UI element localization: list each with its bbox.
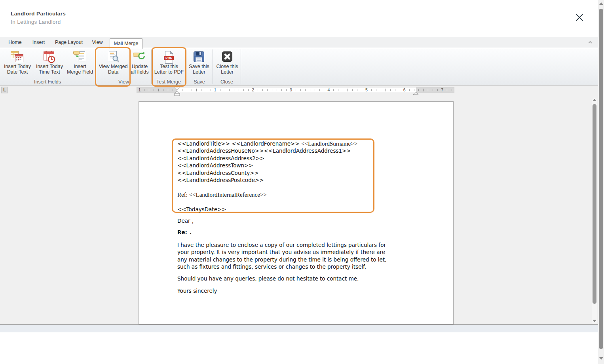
close-icon	[574, 17, 585, 24]
group-label-save: Save	[186, 79, 213, 85]
merge-line-ref: Ref: <<LandlordInternalReference>>	[177, 191, 357, 198]
tab-insert[interactable]: Insert	[28, 37, 49, 48]
close-dialog-button[interactable]	[574, 12, 585, 23]
ruler-number: 5	[365, 87, 368, 93]
close-square-icon	[213, 49, 241, 64]
page-scrollbar[interactable]	[598, 0, 604, 364]
ruler-number: 2	[252, 87, 254, 93]
paragraph-line: your property. It is very important that…	[177, 248, 386, 256]
text-caret	[189, 229, 189, 235]
collapse-ribbon-button[interactable]	[587, 39, 594, 46]
merge-field-block: <<LandlordTitle>> <<LandlordForename>> <…	[177, 140, 357, 213]
button-label: Letter	[186, 70, 212, 75]
merge-line-county: <<LandlordAddressCounty>>	[177, 169, 357, 176]
button-label: Test this	[154, 64, 184, 70]
button-label: Letter	[213, 70, 241, 75]
button-label: Data	[97, 70, 129, 75]
merge-field-surname: <<LandlordSurname>>	[301, 140, 357, 147]
indent-marker-left[interactable]	[174, 87, 180, 97]
button-label: Time Text	[34, 70, 65, 75]
document-scrollbar[interactable]	[591, 98, 598, 324]
button-label: Close this	[213, 64, 241, 70]
ruler-number: 7	[441, 87, 443, 93]
test-letter-to-pdf-button[interactable]: PDF Test this Letter to PDF	[154, 49, 184, 79]
ruler-number: 1	[138, 87, 141, 93]
ruler: 11234567	[137, 87, 454, 93]
update-all-fields-button[interactable]: Update all fields	[129, 49, 150, 79]
insert-today-time-button[interactable]: Insert Today Time Text	[34, 49, 65, 79]
letter-page[interactable]: <<LandlordTitle>> <<LandlordForename>> <…	[139, 101, 454, 324]
re-line: Re:.	[177, 229, 192, 235]
ruler-number: 4	[327, 87, 330, 93]
calendar-clock-icon	[34, 49, 65, 64]
ribbon-tabstrip: Home Insert Page Layout View Mail Merge	[0, 37, 598, 48]
ruler-number: 6	[403, 87, 406, 93]
page-scrollbar-thumb[interactable]	[599, 9, 603, 349]
body-paragraph-2: Should you have any queries, please do n…	[177, 275, 359, 282]
tab-stop-selector[interactable]: L	[1, 87, 8, 93]
group-label-insert-fields: Insert Fields	[0, 79, 95, 85]
page-subtitle: In Lettings Landlord	[11, 19, 61, 25]
indent-marker-right[interactable]	[413, 89, 419, 93]
merge-line-postcode: <<LandlordAddressPostcode>>	[177, 176, 357, 184]
view-merged-data-button[interactable]: View Merged Data	[97, 49, 129, 79]
merge-line-name: <<LandlordTitle>> <<LandlordForename>> <…	[177, 140, 357, 147]
ruler-number: 3	[290, 87, 292, 93]
button-label: Insert Today	[1, 64, 34, 70]
tab-view[interactable]: View	[88, 37, 107, 48]
group-separator	[241, 49, 241, 84]
paragraph-line: such as fixtures and fittings, services …	[177, 263, 386, 270]
button-label: View Merged	[97, 64, 129, 70]
document-magnifier-icon	[97, 49, 129, 64]
scroll-down-icon[interactable]	[593, 320, 596, 322]
paragraph-line: any material changes to the property dur…	[177, 256, 386, 263]
blank-line	[177, 198, 357, 205]
tab-page-layout[interactable]: Page Layout	[51, 37, 86, 48]
merge-field-title-forename: <<LandlordTitle>> <<LandlordForename>>	[177, 140, 301, 147]
group-label-view: View	[96, 79, 151, 85]
merge-line-address2: <<LandlordAddressAddress2>>	[177, 155, 357, 162]
group-label-test-merge: Test Merge	[152, 79, 186, 85]
save-this-letter-button[interactable]: Save this Letter	[186, 49, 212, 79]
re-label: Re:	[177, 229, 187, 235]
body-paragraph-1: I have the pleasure to enclose a copy of…	[177, 241, 386, 271]
button-label: Date Text	[1, 70, 34, 75]
ruler-left-margin-zone	[137, 87, 177, 93]
floppy-disk-icon	[186, 49, 212, 64]
merge-line-address1: <<LandlordAddressHouseNo>><<LandlordAddr…	[177, 147, 357, 154]
merge-field-icon	[65, 49, 95, 64]
button-label: Insert Today	[34, 64, 65, 70]
blank-line	[177, 184, 357, 191]
insert-today-date-button[interactable]: Insert Today Date Text	[1, 49, 34, 79]
document-viewport: L 11234567 <<LandlordTitle>> <<LandlordF…	[0, 85, 598, 325]
tab-mail-merge[interactable]: Mail Merge	[110, 38, 142, 49]
ruler-number: 1	[214, 87, 217, 93]
document-scrollbar-thumb[interactable]	[593, 104, 596, 304]
button-label: Update	[129, 64, 150, 70]
ribbon: Insert Today Date Text Insert Today Time…	[0, 48, 598, 85]
header: Landlord Particulars In Lettings Landlor…	[0, 0, 598, 37]
page-scroll-up-icon[interactable]	[599, 2, 603, 5]
paragraph-line: I have the pleasure to enclose a copy of…	[177, 241, 386, 248]
scroll-up-icon[interactable]	[593, 99, 596, 101]
tab-home[interactable]: Home	[5, 37, 25, 48]
salutation-line: Dear ,	[177, 218, 194, 224]
ruler-right-margin-zone	[416, 87, 454, 93]
re-period: .	[190, 229, 192, 235]
page-title: Landlord Particulars	[11, 11, 66, 17]
group-label-close: Close	[213, 79, 241, 85]
close-this-letter-button[interactable]: Close this Letter	[213, 49, 241, 79]
refresh-field-icon	[129, 49, 150, 64]
merge-line-town: <<LandlordAddressTown>>	[177, 162, 357, 169]
pdf-icon: PDF	[154, 49, 184, 64]
horizontal-scroll-area	[0, 325, 598, 332]
button-label: Merge Field	[65, 70, 95, 75]
chevron-up-icon	[587, 39, 593, 46]
page-scroll-down-icon[interactable]	[599, 357, 603, 360]
header-divider	[561, 0, 561, 37]
insert-merge-field-button[interactable]: Insert Merge Field	[65, 49, 95, 79]
button-label: Save this	[186, 64, 212, 70]
button-label: Letter to PDF	[154, 70, 184, 75]
svg-text:PDF: PDF	[165, 56, 172, 60]
closing-line: Yours sincerely	[177, 288, 217, 294]
